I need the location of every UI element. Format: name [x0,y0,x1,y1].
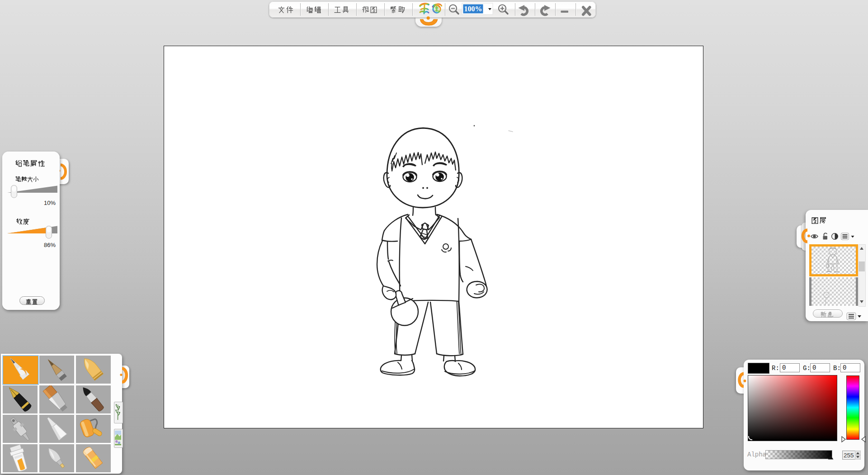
svg-text:100%: 100% [464,5,482,13]
